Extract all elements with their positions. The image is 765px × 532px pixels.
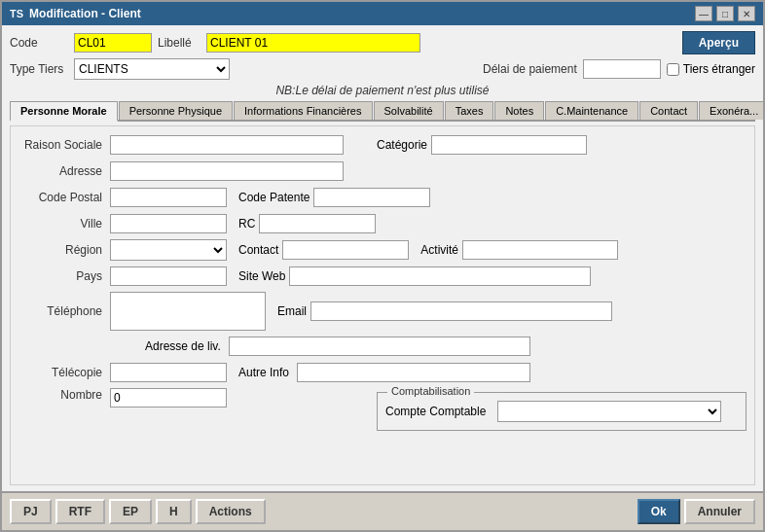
delai-paiement-label: Délai de paiement bbox=[483, 62, 577, 76]
pays-input[interactable] bbox=[110, 266, 227, 286]
code-patente-label: Code Patente bbox=[238, 191, 310, 204]
pj-button[interactable]: PJ bbox=[10, 499, 52, 524]
activite-input[interactable] bbox=[462, 240, 618, 260]
content-area: Code Libellé Aperçu Type Tiers CLIENTS F… bbox=[2, 25, 763, 491]
notice-text: NB:Le délai de paiement n'est plus utili… bbox=[275, 84, 489, 97]
region-label: Région bbox=[18, 243, 106, 257]
pays-label: Pays bbox=[18, 269, 106, 283]
main-window: TS Modification - Client — □ ✕ Code Libe… bbox=[0, 0, 765, 532]
region-row: Région Contact Activité bbox=[18, 239, 747, 261]
site-web-input[interactable] bbox=[289, 266, 591, 286]
tabs-bar: Personne Morale Personne Physique Inform… bbox=[10, 101, 755, 122]
tiers-etranger-label: Tiers étranger bbox=[683, 62, 755, 76]
libelle-input[interactable] bbox=[206, 33, 420, 53]
raison-sociale-row: Raison Sociale Catégorie bbox=[18, 134, 747, 156]
libelle-label: Libellé bbox=[158, 36, 200, 50]
ville-row: Ville RC bbox=[18, 213, 747, 234]
adresse-liv-input[interactable] bbox=[229, 337, 530, 356]
minimize-button[interactable]: — bbox=[695, 6, 712, 21]
notice-row: NB:Le délai de paiement n'est plus utili… bbox=[10, 84, 755, 97]
compte-comptable-select[interactable] bbox=[497, 401, 721, 422]
activite-label: Activité bbox=[420, 243, 458, 257]
telephone-textarea[interactable] bbox=[110, 292, 266, 331]
rc-input[interactable] bbox=[259, 214, 376, 233]
tab-exonera[interactable]: Exonéra... bbox=[699, 101, 763, 120]
form-panel: Raison Sociale Catégorie Adresse Code Po… bbox=[10, 125, 755, 485]
delai-paiement-input[interactable] bbox=[583, 59, 661, 79]
ville-input[interactable] bbox=[110, 214, 227, 233]
tab-informations-financieres[interactable]: Informations Financières bbox=[234, 101, 372, 120]
ville-label: Ville bbox=[18, 217, 106, 231]
tab-taxes[interactable]: Taxes bbox=[445, 101, 494, 120]
telecopie-row: Télécopie Autre Info bbox=[18, 362, 747, 383]
type-tiers-label: Type Tiers bbox=[10, 62, 68, 76]
pays-row: Pays Site Web bbox=[18, 266, 747, 287]
autre-info-label: Autre Info bbox=[238, 366, 289, 379]
tiers-etranger-checkbox[interactable] bbox=[667, 63, 679, 76]
tab-solvabilite[interactable]: Solvabilité bbox=[374, 101, 444, 120]
email-label: Email bbox=[277, 304, 307, 318]
h-button[interactable]: H bbox=[156, 499, 192, 524]
nombre-row: Nombre Comptabilisation Compte Comptable bbox=[18, 388, 747, 431]
bottom-bar: PJ RTF EP H Actions Ok Annuler bbox=[2, 491, 763, 530]
categorie-input[interactable] bbox=[431, 135, 587, 155]
code-postal-input[interactable] bbox=[110, 188, 227, 207]
close-button[interactable]: ✕ bbox=[738, 6, 755, 21]
ok-button[interactable]: Ok bbox=[638, 499, 680, 524]
code-label: Code bbox=[10, 36, 68, 50]
comptabilisation-title: Comptabilisation bbox=[387, 385, 474, 397]
autre-info-input[interactable] bbox=[297, 363, 530, 382]
adresse-liv-label: Adresse de liv. bbox=[145, 339, 221, 353]
bottom-right-buttons: Ok Annuler bbox=[638, 499, 755, 524]
maximize-button[interactable]: □ bbox=[716, 6, 734, 21]
nombre-label: Nombre bbox=[18, 388, 106, 402]
contact-input[interactable] bbox=[282, 240, 409, 260]
title-bar-left: TS Modification - Client bbox=[10, 7, 141, 20]
nombre-input[interactable] bbox=[110, 388, 227, 408]
adresse-label: Adresse bbox=[18, 164, 106, 178]
region-select[interactable] bbox=[110, 239, 227, 261]
compte-comptable-row: Compte Comptable bbox=[385, 401, 738, 422]
categorie-label: Catégorie bbox=[377, 138, 427, 152]
tab-notes[interactable]: Notes bbox=[494, 101, 544, 120]
title-bar: TS Modification - Client — □ ✕ bbox=[2, 2, 763, 25]
app-icon: TS bbox=[10, 8, 23, 19]
window-title: Modification - Client bbox=[29, 7, 141, 20]
code-patente-input[interactable] bbox=[313, 188, 430, 207]
telephone-row: Téléphone Email bbox=[18, 292, 747, 331]
code-postal-label: Code Postal bbox=[18, 191, 106, 204]
actions-button[interactable]: Actions bbox=[196, 499, 266, 524]
title-bar-controls: — □ ✕ bbox=[695, 6, 755, 21]
telecopie-label: Télécopie bbox=[18, 366, 106, 379]
adresse-input[interactable] bbox=[110, 161, 344, 181]
rtf-button[interactable]: RTF bbox=[55, 499, 105, 524]
tab-personne-physique[interactable]: Personne Physique bbox=[119, 101, 233, 120]
tab-personne-morale[interactable]: Personne Morale bbox=[10, 101, 118, 122]
raison-sociale-label: Raison Sociale bbox=[18, 138, 106, 152]
apercu-button[interactable]: Aperçu bbox=[682, 31, 755, 54]
adresse-row: Adresse bbox=[18, 160, 747, 182]
type-tiers-select[interactable]: CLIENTS FOURNISSEURS AUTRE bbox=[74, 58, 230, 80]
contact-label: Contact bbox=[238, 243, 278, 257]
code-row: Code Libellé Aperçu bbox=[10, 31, 755, 54]
tab-contact[interactable]: Contact bbox=[639, 101, 698, 120]
bottom-left-buttons: PJ RTF EP H Actions bbox=[10, 499, 266, 524]
raison-sociale-input[interactable] bbox=[110, 135, 344, 155]
compte-comptable-label: Compte Comptable bbox=[385, 405, 486, 418]
type-tiers-row: Type Tiers CLIENTS FOURNISSEURS AUTRE Dé… bbox=[10, 58, 755, 80]
tiers-etranger-row: Tiers étranger bbox=[667, 62, 755, 76]
code-postal-row: Code Postal Code Patente bbox=[18, 187, 747, 208]
tab-cmaintenance[interactable]: C.Maintenance bbox=[545, 101, 638, 120]
site-web-label: Site Web bbox=[238, 269, 285, 283]
ep-button[interactable]: EP bbox=[109, 499, 152, 524]
telecopie-input[interactable] bbox=[110, 363, 227, 382]
annuler-button[interactable]: Annuler bbox=[684, 499, 755, 524]
rc-label: RC bbox=[238, 217, 255, 231]
telephone-label: Téléphone bbox=[18, 304, 106, 318]
code-input[interactable] bbox=[74, 33, 152, 53]
adresse-liv-row: Adresse de liv. bbox=[145, 336, 747, 357]
email-input[interactable] bbox=[310, 301, 612, 321]
comptabilisation-box: Comptabilisation Compte Comptable bbox=[377, 392, 747, 431]
